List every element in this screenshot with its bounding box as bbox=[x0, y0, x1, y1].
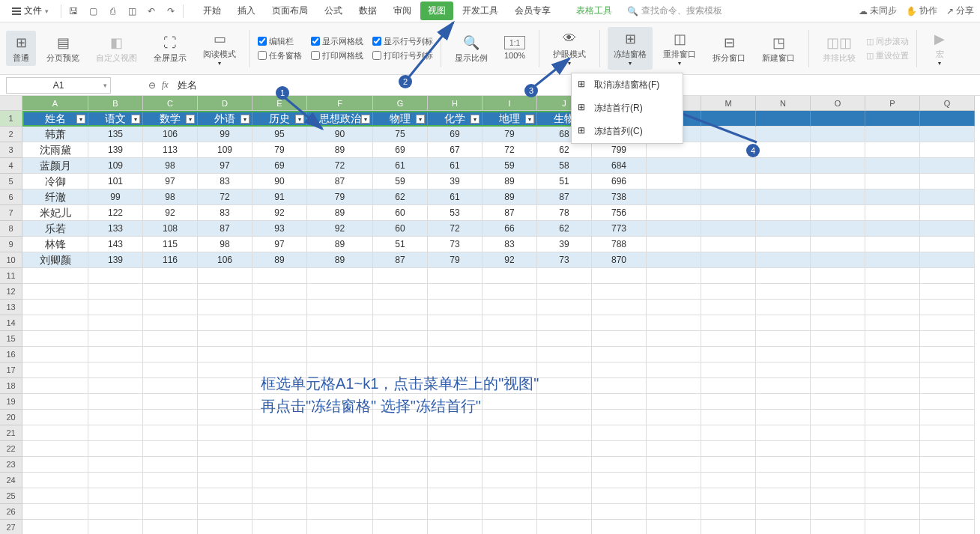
cell[interactable]: 135 bbox=[88, 127, 143, 142]
filter-dropdown-icon[interactable]: ▾ bbox=[241, 115, 249, 124]
cell[interactable] bbox=[592, 347, 647, 362]
cell[interactable]: 89 bbox=[307, 205, 373, 221]
cell[interactable] bbox=[22, 268, 88, 284]
cell[interactable] bbox=[88, 441, 143, 457]
cell[interactable] bbox=[373, 520, 428, 534]
cell[interactable] bbox=[373, 441, 428, 457]
cell[interactable] bbox=[701, 111, 756, 127]
cell[interactable] bbox=[537, 441, 592, 457]
view-normal[interactable]: ⊞普通 bbox=[6, 31, 36, 65]
cell[interactable]: 115 bbox=[143, 237, 198, 252]
cell[interactable] bbox=[483, 504, 537, 520]
cell[interactable] bbox=[811, 378, 865, 394]
cell[interactable] bbox=[647, 441, 701, 457]
cell[interactable]: 98 bbox=[198, 237, 252, 252]
cell[interactable] bbox=[88, 331, 143, 347]
cell[interactable]: 72 bbox=[428, 221, 483, 237]
cell[interactable] bbox=[88, 284, 143, 300]
cell[interactable]: 116 bbox=[143, 252, 198, 268]
cell[interactable]: 历史▾ bbox=[252, 111, 307, 127]
cell[interactable] bbox=[88, 473, 143, 488]
cell[interactable]: 91 bbox=[252, 189, 307, 205]
cell[interactable] bbox=[701, 520, 756, 534]
cell[interactable] bbox=[865, 410, 920, 425]
cell[interactable] bbox=[22, 331, 88, 347]
cell[interactable]: 99 bbox=[88, 189, 143, 205]
cell[interactable] bbox=[701, 331, 756, 347]
row-header[interactable]: 4 bbox=[0, 158, 22, 174]
cell[interactable] bbox=[701, 300, 756, 315]
cell[interactable]: 67 bbox=[428, 142, 483, 158]
cell[interactable] bbox=[865, 205, 920, 221]
cell[interactable] bbox=[756, 504, 811, 520]
cell[interactable] bbox=[22, 394, 88, 410]
cell[interactable] bbox=[647, 237, 701, 252]
cell[interactable] bbox=[483, 441, 537, 457]
search-box[interactable]: 🔍 查找命令、搜索模板 bbox=[627, 4, 722, 17]
cell[interactable] bbox=[811, 300, 865, 315]
cell[interactable] bbox=[373, 347, 428, 362]
cell[interactable] bbox=[756, 410, 811, 425]
cell[interactable] bbox=[811, 268, 865, 284]
cell[interactable]: 93 bbox=[252, 221, 307, 237]
cell[interactable] bbox=[920, 315, 975, 331]
cell[interactable] bbox=[701, 252, 756, 268]
cell[interactable] bbox=[537, 457, 592, 473]
dropdown-unfreeze[interactable]: ⊞取消冻结窗格(F) bbox=[572, 73, 683, 97]
cell[interactable] bbox=[307, 425, 373, 441]
cell[interactable] bbox=[88, 425, 143, 441]
row-header[interactable]: 2 bbox=[0, 127, 22, 142]
cell[interactable] bbox=[865, 520, 920, 534]
cell[interactable]: 109 bbox=[88, 158, 143, 174]
cell[interactable] bbox=[920, 425, 975, 441]
cell[interactable] bbox=[647, 473, 701, 488]
cell[interactable]: 78 bbox=[537, 205, 592, 221]
cell[interactable] bbox=[307, 347, 373, 362]
cell[interactable]: 87 bbox=[373, 252, 428, 268]
cell[interactable] bbox=[647, 520, 701, 534]
filter-dropdown-icon[interactable]: ▾ bbox=[295, 115, 304, 124]
cell[interactable] bbox=[701, 221, 756, 237]
cell[interactable] bbox=[865, 425, 920, 441]
cell[interactable] bbox=[88, 457, 143, 473]
cell[interactable] bbox=[756, 127, 811, 142]
cell[interactable]: 物理▾ bbox=[373, 111, 428, 127]
cell[interactable] bbox=[537, 378, 592, 394]
dropdown-freeze-row[interactable]: ⊞冻结首行(R) bbox=[572, 97, 683, 120]
cell[interactable]: 87 bbox=[483, 205, 537, 221]
cell[interactable] bbox=[701, 504, 756, 520]
cell[interactable] bbox=[143, 394, 198, 410]
cell[interactable] bbox=[88, 378, 143, 394]
cell[interactable]: 75 bbox=[373, 127, 428, 142]
cell[interactable] bbox=[811, 205, 865, 221]
cell[interactable] bbox=[198, 347, 252, 362]
cell[interactable] bbox=[198, 284, 252, 300]
cell[interactable] bbox=[483, 331, 537, 347]
cell[interactable] bbox=[88, 362, 143, 378]
check-gridlines[interactable]: 显示网格线 bbox=[311, 36, 363, 47]
cell[interactable]: 72 bbox=[198, 189, 252, 205]
cells-grid[interactable]: 姓名▾语文▾数学▾外语▾历史▾思想政治▾物理▾化学▾地理▾生物▾月考▾韩萧135… bbox=[22, 111, 975, 534]
cell[interactable]: 化学▾ bbox=[428, 111, 483, 127]
row-header[interactable]: 10 bbox=[0, 252, 22, 268]
cell[interactable]: 69 bbox=[428, 127, 483, 142]
cell[interactable] bbox=[428, 488, 483, 504]
cell[interactable] bbox=[647, 362, 701, 378]
cell[interactable] bbox=[428, 284, 483, 300]
cell[interactable]: 89 bbox=[483, 174, 537, 189]
file-menu[interactable]: 文件 ▾ bbox=[6, 2, 55, 19]
cell[interactable]: 61 bbox=[373, 158, 428, 174]
cell[interactable]: 83 bbox=[483, 237, 537, 252]
cell[interactable]: 米妃儿 bbox=[22, 205, 88, 221]
cell[interactable] bbox=[252, 488, 307, 504]
cell[interactable]: 79 bbox=[483, 127, 537, 142]
cell[interactable] bbox=[865, 488, 920, 504]
cell[interactable]: 92 bbox=[252, 205, 307, 221]
cell[interactable]: 刘卿颜 bbox=[22, 252, 88, 268]
cell[interactable]: 799 bbox=[592, 142, 647, 158]
cell[interactable] bbox=[307, 284, 373, 300]
cell[interactable]: 101 bbox=[88, 174, 143, 189]
cell[interactable]: 870 bbox=[592, 252, 647, 268]
cell[interactable] bbox=[307, 473, 373, 488]
cell[interactable] bbox=[920, 504, 975, 520]
